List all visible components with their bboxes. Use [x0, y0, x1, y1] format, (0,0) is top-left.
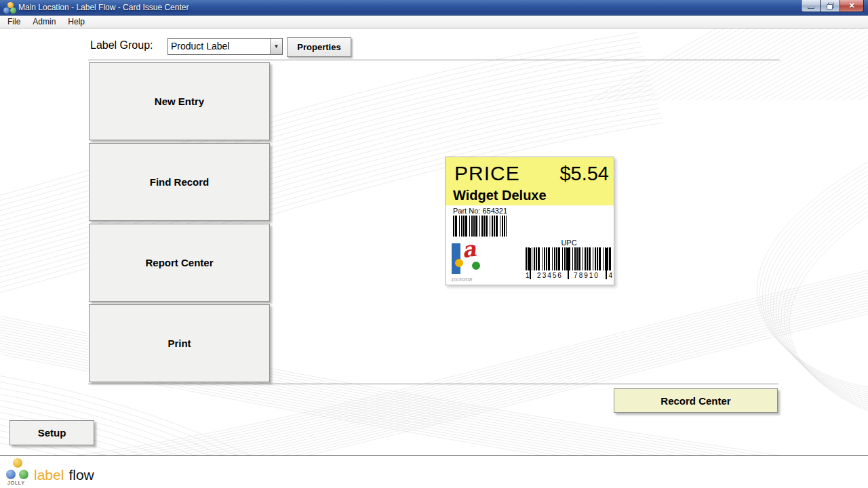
product-wordmark: labelflow	[34, 467, 94, 483]
app-logo-icon	[3, 2, 15, 14]
record-center-button[interactable]: Record Center	[614, 388, 778, 413]
date-stamp: 10/30/08	[451, 277, 472, 283]
window-controls: ✕	[801, 0, 864, 12]
report-center-button[interactable]: Report Center	[89, 224, 270, 302]
find-record-button[interactable]: Find Record	[89, 143, 270, 221]
brand-label-word: label	[34, 467, 64, 483]
upc-heading: UPC	[526, 239, 612, 247]
properties-button[interactable]: Properties	[287, 37, 351, 57]
chevron-down-icon: ▼	[274, 43, 279, 49]
print-button[interactable]: Print	[89, 304, 270, 382]
setup-button[interactable]: Setup	[9, 420, 94, 445]
menu-item-admin[interactable]: Admin	[26, 16, 62, 28]
label-preview-card: PRICE $5.54 Widget Deluxe Part No: 65432…	[445, 157, 614, 285]
new-entry-button[interactable]: New Entry	[89, 62, 270, 140]
brand-flow-word: flow	[68, 467, 94, 483]
jolly-wordmark: JOLLY	[7, 481, 25, 485]
restore-button[interactable]	[821, 0, 840, 12]
label-group-combobox[interactable]: Product Label ▼	[167, 38, 283, 55]
minimize-button[interactable]	[801, 0, 821, 12]
sample-company-logo-icon: a	[450, 243, 488, 275]
upc-guard-bar	[606, 248, 607, 279]
logo-script-letter: a	[460, 236, 477, 264]
app-window: Main Location - Label Flow - Card Issue …	[0, 0, 868, 488]
separator-line-top	[88, 60, 780, 60]
window-title: Main Location - Label Flow - Card Issue …	[18, 3, 189, 12]
product-name: Widget Deluxe	[453, 188, 547, 203]
close-button[interactable]: ✕	[840, 0, 864, 12]
upc-block: UPC 1 23456 78910 4	[526, 239, 612, 281]
upc-guard-bar	[568, 248, 569, 279]
close-icon: ✕	[848, 2, 854, 9]
minimize-icon	[808, 7, 814, 9]
upc-guard-bar	[530, 248, 531, 279]
separator-line-bottom	[88, 384, 778, 384]
part-number: Part No: 654321	[453, 207, 507, 215]
label-group-label: Label Group:	[90, 39, 153, 52]
combo-dropdown-button[interactable]: ▼	[270, 39, 282, 54]
price-label: PRICE	[454, 162, 520, 185]
restore-icon	[827, 3, 834, 9]
jolly-logo-icon: JOLLY	[5, 457, 34, 487]
menu-item-file[interactable]: File	[1, 16, 26, 28]
part-number-barcode	[453, 216, 507, 237]
price-value: $5.54	[559, 163, 609, 185]
footer: JOLLY labelflow	[0, 456, 868, 488]
title-bar: Main Location - Label Flow - Card Issue …	[0, 0, 868, 16]
menu-item-help[interactable]: Help	[62, 16, 91, 28]
combo-selected-value: Product Label	[168, 39, 270, 54]
upc-barcode	[526, 247, 612, 270]
main-content: Label Group: Product Label ▼ Properties …	[0, 28, 868, 455]
menu-bar: File Admin Help	[0, 16, 868, 28]
